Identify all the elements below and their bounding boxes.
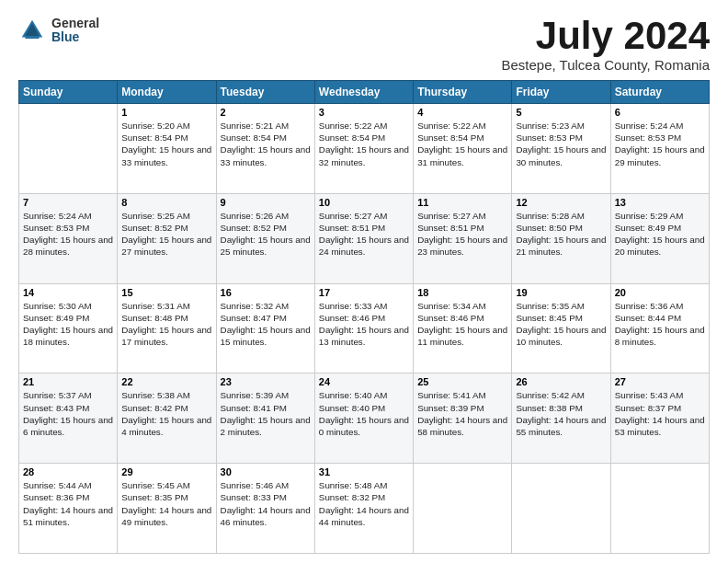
day-content: Sunrise: 5:34 AM Sunset: 8:46 PM Dayligh… xyxy=(417,300,507,349)
table-row: 10Sunrise: 5:27 AM Sunset: 8:51 PM Dayli… xyxy=(314,193,413,283)
day-number: 4 xyxy=(417,107,507,118)
day-number: 8 xyxy=(121,197,211,208)
day-number: 6 xyxy=(615,107,705,118)
day-number: 9 xyxy=(221,197,311,208)
table-row: 14Sunrise: 5:30 AM Sunset: 8:49 PM Dayli… xyxy=(19,283,118,373)
day-content: Sunrise: 5:40 AM Sunset: 8:40 PM Dayligh… xyxy=(319,389,409,438)
day-content: Sunrise: 5:28 AM Sunset: 8:50 PM Dayligh… xyxy=(516,210,606,259)
header-sunday: Sunday xyxy=(19,81,118,104)
table-row: 23Sunrise: 5:39 AM Sunset: 8:41 PM Dayli… xyxy=(216,373,314,464)
calendar-week-3: 14Sunrise: 5:30 AM Sunset: 8:49 PM Dayli… xyxy=(19,283,710,373)
day-number: 5 xyxy=(516,107,606,118)
table-row: 30Sunrise: 5:46 AM Sunset: 8:33 PM Dayli… xyxy=(216,464,314,554)
day-number: 11 xyxy=(417,197,507,208)
header-friday: Friday xyxy=(512,81,610,104)
day-content: Sunrise: 5:21 AM Sunset: 8:54 PM Dayligh… xyxy=(221,120,311,168)
table-row: 19Sunrise: 5:35 AM Sunset: 8:45 PM Dayli… xyxy=(512,283,610,373)
day-content: Sunrise: 5:45 AM Sunset: 8:35 PM Dayligh… xyxy=(121,479,211,528)
day-number: 22 xyxy=(121,376,211,387)
day-number: 24 xyxy=(319,376,409,387)
calendar-week-4: 21Sunrise: 5:37 AM Sunset: 8:43 PM Dayli… xyxy=(19,373,710,464)
table-row: 2Sunrise: 5:21 AM Sunset: 8:54 PM Daylig… xyxy=(216,104,314,194)
day-number: 7 xyxy=(23,197,113,208)
day-content: Sunrise: 5:24 AM Sunset: 8:53 PM Dayligh… xyxy=(23,210,113,259)
day-number: 19 xyxy=(516,287,606,298)
header-saturday: Saturday xyxy=(610,81,709,104)
calendar-table: Sunday Monday Tuesday Wednesday Thursday… xyxy=(18,80,710,554)
location-subtitle: Bestepe, Tulcea County, Romania xyxy=(501,57,710,73)
day-number: 12 xyxy=(516,197,606,208)
table-row: 1Sunrise: 5:20 AM Sunset: 8:54 PM Daylig… xyxy=(118,104,216,194)
day-number: 26 xyxy=(516,376,606,387)
table-row: 27Sunrise: 5:43 AM Sunset: 8:37 PM Dayli… xyxy=(610,373,709,464)
day-content: Sunrise: 5:36 AM Sunset: 8:44 PM Dayligh… xyxy=(615,300,705,349)
day-number: 2 xyxy=(221,107,311,118)
table-row: 22Sunrise: 5:38 AM Sunset: 8:42 PM Dayli… xyxy=(118,373,216,464)
table-row xyxy=(414,464,512,554)
day-number: 3 xyxy=(319,107,409,118)
day-content: Sunrise: 5:44 AM Sunset: 8:36 PM Dayligh… xyxy=(23,479,113,528)
title-block: July 2024 Bestepe, Tulcea County, Romani… xyxy=(501,17,710,73)
day-content: Sunrise: 5:27 AM Sunset: 8:51 PM Dayligh… xyxy=(417,210,507,259)
day-content: Sunrise: 5:48 AM Sunset: 8:32 PM Dayligh… xyxy=(319,479,409,528)
table-row: 24Sunrise: 5:40 AM Sunset: 8:40 PM Dayli… xyxy=(314,373,413,464)
table-row: 25Sunrise: 5:41 AM Sunset: 8:39 PM Dayli… xyxy=(414,373,512,464)
table-row xyxy=(610,464,709,554)
day-content: Sunrise: 5:41 AM Sunset: 8:39 PM Dayligh… xyxy=(417,389,507,438)
table-row: 11Sunrise: 5:27 AM Sunset: 8:51 PM Dayli… xyxy=(414,193,512,283)
table-row: 9Sunrise: 5:26 AM Sunset: 8:52 PM Daylig… xyxy=(216,193,314,283)
day-number: 15 xyxy=(121,287,211,298)
day-content: Sunrise: 5:37 AM Sunset: 8:43 PM Dayligh… xyxy=(23,389,113,438)
day-number: 13 xyxy=(615,197,705,208)
table-row: 26Sunrise: 5:42 AM Sunset: 8:38 PM Dayli… xyxy=(512,373,610,464)
table-row: 15Sunrise: 5:31 AM Sunset: 8:48 PM Dayli… xyxy=(118,283,216,373)
table-row: 20Sunrise: 5:36 AM Sunset: 8:44 PM Dayli… xyxy=(610,283,709,373)
day-number: 30 xyxy=(221,466,311,477)
day-number: 16 xyxy=(221,287,311,298)
table-row: 12Sunrise: 5:28 AM Sunset: 8:50 PM Dayli… xyxy=(512,193,610,283)
day-content: Sunrise: 5:27 AM Sunset: 8:51 PM Dayligh… xyxy=(319,210,409,259)
header-monday: Monday xyxy=(118,81,216,104)
table-row: 5Sunrise: 5:23 AM Sunset: 8:53 PM Daylig… xyxy=(512,104,610,194)
day-content: Sunrise: 5:43 AM Sunset: 8:37 PM Dayligh… xyxy=(615,389,705,438)
day-number: 18 xyxy=(417,287,507,298)
day-content: Sunrise: 5:33 AM Sunset: 8:46 PM Dayligh… xyxy=(319,300,409,349)
table-row: 29Sunrise: 5:45 AM Sunset: 8:35 PM Dayli… xyxy=(118,464,216,554)
day-content: Sunrise: 5:46 AM Sunset: 8:33 PM Dayligh… xyxy=(221,479,311,528)
day-number: 25 xyxy=(417,376,507,387)
table-row: 17Sunrise: 5:33 AM Sunset: 8:46 PM Dayli… xyxy=(314,283,413,373)
day-number: 1 xyxy=(121,107,211,118)
header: General Blue July 2024 Bestepe, Tulcea C… xyxy=(18,17,710,73)
header-thursday: Thursday xyxy=(414,81,512,104)
day-content: Sunrise: 5:32 AM Sunset: 8:47 PM Dayligh… xyxy=(221,300,311,349)
logo: General Blue xyxy=(18,17,99,45)
table-row xyxy=(512,464,610,554)
calendar-week-2: 7Sunrise: 5:24 AM Sunset: 8:53 PM Daylig… xyxy=(19,193,710,283)
day-number: 29 xyxy=(121,466,211,477)
logo-text: General Blue xyxy=(51,17,99,45)
table-row: 31Sunrise: 5:48 AM Sunset: 8:32 PM Dayli… xyxy=(314,464,413,554)
day-number: 31 xyxy=(319,466,409,477)
day-content: Sunrise: 5:26 AM Sunset: 8:52 PM Dayligh… xyxy=(221,210,311,259)
header-wednesday: Wednesday xyxy=(314,81,413,104)
calendar-week-5: 28Sunrise: 5:44 AM Sunset: 8:36 PM Dayli… xyxy=(19,464,710,554)
day-number: 21 xyxy=(23,376,113,387)
page: General Blue July 2024 Bestepe, Tulcea C… xyxy=(0,0,728,563)
table-row: 7Sunrise: 5:24 AM Sunset: 8:53 PM Daylig… xyxy=(19,193,118,283)
day-content: Sunrise: 5:30 AM Sunset: 8:49 PM Dayligh… xyxy=(23,300,113,349)
day-content: Sunrise: 5:24 AM Sunset: 8:53 PM Dayligh… xyxy=(615,120,705,168)
day-content: Sunrise: 5:35 AM Sunset: 8:45 PM Dayligh… xyxy=(516,300,606,349)
calendar-header-row: Sunday Monday Tuesday Wednesday Thursday… xyxy=(19,81,710,104)
day-number: 17 xyxy=(319,287,409,298)
table-row: 28Sunrise: 5:44 AM Sunset: 8:36 PM Dayli… xyxy=(19,464,118,554)
day-number: 27 xyxy=(615,376,705,387)
month-title: July 2024 xyxy=(501,17,710,55)
logo-general-text: General xyxy=(51,17,99,30)
day-content: Sunrise: 5:23 AM Sunset: 8:53 PM Dayligh… xyxy=(516,120,606,168)
day-number: 10 xyxy=(319,197,409,208)
day-number: 20 xyxy=(615,287,705,298)
table-row: 16Sunrise: 5:32 AM Sunset: 8:47 PM Dayli… xyxy=(216,283,314,373)
day-content: Sunrise: 5:42 AM Sunset: 8:38 PM Dayligh… xyxy=(516,389,606,438)
table-row: 13Sunrise: 5:29 AM Sunset: 8:49 PM Dayli… xyxy=(610,193,709,283)
logo-icon xyxy=(18,17,46,44)
